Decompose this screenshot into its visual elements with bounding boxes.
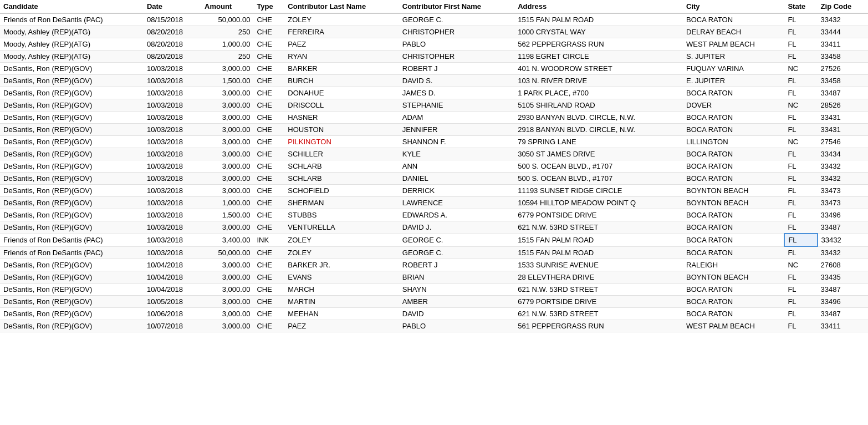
- table-cell: DeSantis, Ron (REP)(GOV): [0, 197, 144, 209]
- table-row: DeSantis, Ron (REP)(GOV)10/05/20183,000.…: [0, 296, 868, 308]
- col-header-amount: Amount: [201, 0, 253, 13]
- table-cell: BARKER JR.: [284, 259, 399, 271]
- table-cell: CHE: [253, 75, 284, 87]
- table-cell: BOYNTON BEACH: [683, 271, 784, 284]
- table-cell: 33431: [818, 124, 868, 136]
- table-cell: SCHLARB: [284, 173, 399, 185]
- table-cell: WEST PALM BEACH: [683, 320, 784, 332]
- table-cell: CHE: [253, 296, 284, 308]
- table-cell: FL: [784, 13, 817, 26]
- table-cell: 28 ELEVTHERA DRIVE: [514, 271, 683, 284]
- table-cell: 3,000.00: [201, 160, 253, 173]
- table-cell: 3,000.00: [201, 185, 253, 197]
- table-cell: BOCA RATON: [683, 221, 784, 234]
- col-header-last-name: Contributor Last Name: [284, 0, 399, 13]
- table-row: DeSantis, Ron (REP)(GOV)10/03/20181,500.…: [0, 75, 868, 87]
- table-cell: FUQUAY VARINA: [683, 63, 784, 75]
- table-cell: 3,000.00: [201, 259, 253, 271]
- table-cell: DeSantis, Ron (REP)(GOV): [0, 63, 144, 75]
- table-cell: 1,500.00: [201, 75, 253, 87]
- table-cell: 10/03/2018: [144, 136, 201, 148]
- table-cell: SCHILLER: [284, 148, 399, 160]
- table-cell: KYLE: [399, 148, 514, 160]
- table-cell: 3,000.00: [201, 148, 253, 160]
- table-cell: 3,000.00: [201, 173, 253, 185]
- table-cell: CHRISTOPHER: [399, 26, 514, 38]
- table-cell: GEORGE C.: [399, 246, 514, 259]
- table-cell: DERRICK: [399, 185, 514, 197]
- table-cell: E. JUPITER: [683, 75, 784, 87]
- table-cell: DeSantis, Ron (REP)(GOV): [0, 124, 144, 136]
- table-cell: BOCA RATON: [683, 246, 784, 259]
- table-cell: 10/03/2018: [144, 246, 201, 259]
- table-cell: 33411: [818, 38, 868, 50]
- col-header-date: Date: [144, 0, 201, 13]
- table-cell: 2918 BANYAN BLVD. CIRCLE, N.W.: [514, 124, 683, 136]
- table-cell: MARTIN: [284, 296, 399, 308]
- table-cell: FL: [784, 185, 817, 197]
- table-cell: FL: [784, 246, 817, 259]
- table-cell: 6779 PONTSIDE DRIVE: [514, 209, 683, 221]
- table-cell: 3,000.00: [201, 63, 253, 75]
- table-cell: DeSantis, Ron (REP)(GOV): [0, 284, 144, 296]
- table-cell: BOCA RATON: [683, 308, 784, 320]
- table-cell: STUBBS: [284, 209, 399, 221]
- table-cell: 10/03/2018: [144, 112, 201, 124]
- table-cell: RALEIGH: [683, 259, 784, 271]
- table-cell: 10/03/2018: [144, 221, 201, 234]
- table-cell: DeSantis, Ron (REP)(GOV): [0, 173, 144, 185]
- table-cell: 10/06/2018: [144, 308, 201, 320]
- table-cell: 27608: [818, 259, 868, 271]
- table-cell: CHE: [253, 148, 284, 160]
- table-cell: BOYNTON BEACH: [683, 197, 784, 209]
- table-cell: DeSantis, Ron (REP)(GOV): [0, 160, 144, 173]
- col-header-candidate: Candidate: [0, 0, 144, 13]
- table-cell: DeSantis, Ron (REP)(GOV): [0, 75, 144, 87]
- table-cell: CHE: [253, 26, 284, 38]
- col-header-first-name: Contributor First Name: [399, 0, 514, 13]
- table-cell: FL: [784, 160, 817, 173]
- table-cell: CHE: [253, 124, 284, 136]
- table-cell: S. JUPITER: [683, 50, 784, 63]
- table-cell: 10/03/2018: [144, 160, 201, 173]
- table-cell: 33431: [818, 112, 868, 124]
- table-cell: ZOLEY: [284, 234, 399, 246]
- table-cell: BOYNTON BEACH: [683, 185, 784, 197]
- table-cell: BOCA RATON: [683, 173, 784, 185]
- table-cell: DONAHUE: [284, 87, 399, 99]
- table-cell: CHE: [253, 246, 284, 259]
- table-cell: HOUSTON: [284, 124, 399, 136]
- table-cell: 33496: [818, 209, 868, 221]
- table-cell: 1,500.00: [201, 209, 253, 221]
- table-row: DeSantis, Ron (REP)(GOV)10/03/20183,000.…: [0, 173, 868, 185]
- table-cell: 3,000.00: [201, 320, 253, 332]
- table-cell: 10/03/2018: [144, 87, 201, 99]
- col-header-city: City: [683, 0, 784, 13]
- table-cell: 561 PEPPERGRASS RUN: [514, 320, 683, 332]
- table-cell: 10/07/2018: [144, 320, 201, 332]
- table-cell: VENTURELLA: [284, 221, 399, 234]
- table-cell: 10/03/2018: [144, 197, 201, 209]
- table-cell: 562 PEPPERGRASS RUN: [514, 38, 683, 50]
- table-row: DeSantis, Ron (REP)(GOV)10/03/20183,000.…: [0, 124, 868, 136]
- table-cell: CHE: [253, 271, 284, 284]
- table-cell: EDWARDS A.: [399, 209, 514, 221]
- table-cell: HASNER: [284, 112, 399, 124]
- table-cell: DeSantis, Ron (REP)(GOV): [0, 308, 144, 320]
- table-cell: CHE: [253, 284, 284, 296]
- table-cell: PILKINGTON: [284, 136, 399, 148]
- table-cell: FL: [784, 271, 817, 284]
- table-cell: NC: [784, 63, 817, 75]
- table-cell: 33473: [818, 185, 868, 197]
- table-cell: FL: [784, 320, 817, 332]
- table-cell: Moody, Ashley (REP)(ATG): [0, 26, 144, 38]
- table-cell: CHE: [253, 185, 284, 197]
- table-cell: DeSantis, Ron (REP)(GOV): [0, 185, 144, 197]
- table-cell: 3,400.00: [201, 234, 253, 246]
- table-cell: Friends of Ron DeSantis (PAC): [0, 13, 144, 26]
- col-header-address: Address: [514, 0, 683, 13]
- table-cell: FL: [784, 148, 817, 160]
- table-row: DeSantis, Ron (REP)(GOV)10/04/20183,000.…: [0, 259, 868, 271]
- table-cell: FL: [784, 75, 817, 87]
- table-cell: 1533 SUNRISE AVENUE: [514, 259, 683, 271]
